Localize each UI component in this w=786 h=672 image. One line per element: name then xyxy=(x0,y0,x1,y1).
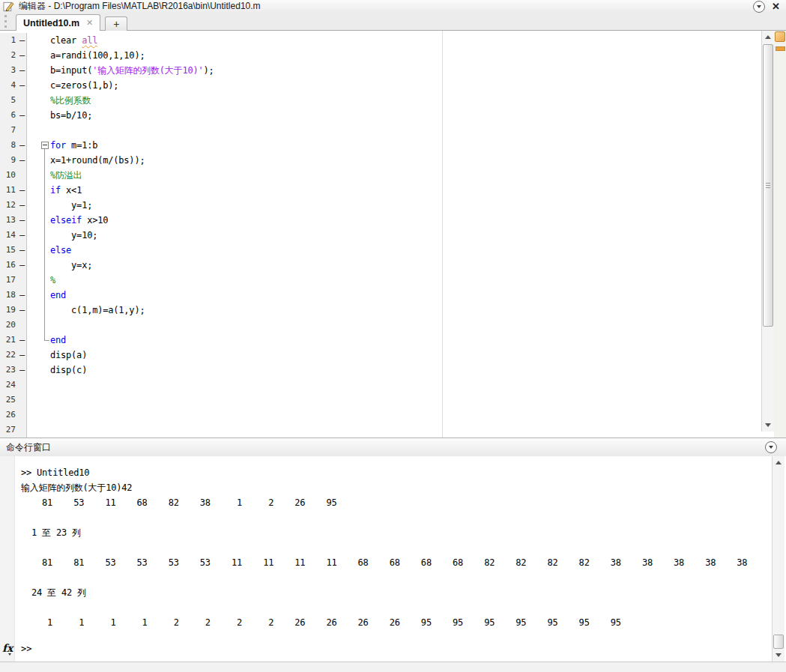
code-line-23[interactable]: 23–disp(c) xyxy=(0,363,761,378)
code-line-6[interactable]: 6–bs=b/10; xyxy=(0,108,761,123)
code-line-27[interactable]: 27 xyxy=(0,423,761,438)
fold-margin xyxy=(27,63,48,78)
exec-line-dash xyxy=(18,123,27,138)
editor-pane[interactable]: 1–clear all2–a=randi(100,1,10);3–b=input… xyxy=(0,31,786,438)
line-number: 10 xyxy=(0,168,18,183)
line-number: 7 xyxy=(0,123,18,138)
fold-margin xyxy=(27,378,48,393)
line-number: 21 xyxy=(0,333,18,348)
code-line-14[interactable]: 14– y=10; xyxy=(0,228,761,243)
fold-margin xyxy=(27,198,48,213)
code-analyzer-strip xyxy=(774,31,786,438)
fold-collapse-icon[interactable] xyxy=(41,142,49,149)
scroll-down-arrow-icon[interactable] xyxy=(762,420,773,431)
line-number: 3 xyxy=(0,63,18,78)
output-line: >> Untitled10 xyxy=(21,465,747,480)
command-scrollbar-thumb[interactable] xyxy=(773,635,784,649)
editor-scrollbar-thumb[interactable] xyxy=(763,44,773,327)
exec-line-dash: – xyxy=(18,78,27,93)
fold-margin xyxy=(27,33,48,48)
exec-line-dash: – xyxy=(18,198,27,213)
code-line-18[interactable]: 18–end xyxy=(0,288,761,303)
code-line-8[interactable]: 8–for m=1:b xyxy=(0,138,761,153)
window-close-icon[interactable]: ✕ xyxy=(772,1,780,12)
exec-line-dash: – xyxy=(18,258,27,273)
exec-line-dash: – xyxy=(18,333,27,348)
code-text xyxy=(48,378,761,393)
code-line-3[interactable]: 3–b=input('输入矩阵的列数(大于10)'); xyxy=(0,63,761,78)
prompt-row: fx >> xyxy=(0,642,786,657)
exec-line-dash xyxy=(18,318,27,333)
code-line-9[interactable]: 9–x=1+round(m/(bs)); xyxy=(0,153,761,168)
fold-margin xyxy=(27,273,48,288)
fold-margin xyxy=(27,123,48,138)
code-text: y=1; xyxy=(48,198,761,213)
fold-margin xyxy=(27,363,48,378)
scroll-down-arrow-icon[interactable] xyxy=(773,650,784,661)
code-text: y=10; xyxy=(48,228,761,243)
code-analyzer-indicator-icon[interactable] xyxy=(775,31,785,42)
exec-line-dash: – xyxy=(18,108,27,123)
analyzer-warning-marker[interactable] xyxy=(776,46,785,51)
code-line-12[interactable]: 12– y=1; xyxy=(0,198,761,213)
code-line-22[interactable]: 22–disp(a) xyxy=(0,348,761,363)
command-window-menu-button[interactable] xyxy=(765,441,777,453)
line-number: 4 xyxy=(0,78,18,93)
new-tab-button[interactable]: + xyxy=(105,16,127,31)
code-text: elseif x>10 xyxy=(48,213,761,228)
code-line-20[interactable]: 20 xyxy=(0,318,761,333)
tab-untitled10[interactable]: Untitled10.m ✕ xyxy=(16,14,100,31)
command-window[interactable]: >> Untitled10输入矩阵的列数(大于10)42 81 53 11 68… xyxy=(0,456,786,662)
command-window-title: 命令行窗口 xyxy=(6,441,51,454)
code-text: for m=1:b xyxy=(48,138,761,153)
fold-margin xyxy=(27,78,48,93)
code-line-10[interactable]: 10%防溢出 xyxy=(0,168,761,183)
line-number: 2 xyxy=(0,48,18,63)
code-line-16[interactable]: 16– y=x; xyxy=(0,258,761,273)
fold-margin xyxy=(27,213,48,228)
fold-margin xyxy=(27,258,48,273)
code-line-4[interactable]: 4–c=zeros(1,b); xyxy=(0,78,761,93)
function-hints-button[interactable]: fx xyxy=(2,642,13,654)
code-line-13[interactable]: 13–elseif x>10 xyxy=(0,213,761,228)
line-number: 23 xyxy=(0,363,18,378)
line-number: 6 xyxy=(0,108,18,123)
code-line-15[interactable]: 15–else xyxy=(0,243,761,258)
code-text: x=1+round(m/(bs)); xyxy=(48,153,761,168)
fold-margin xyxy=(27,243,48,258)
tab-close-icon[interactable]: ✕ xyxy=(86,18,93,28)
scroll-up-arrow-icon[interactable] xyxy=(762,31,773,43)
line-number: 8 xyxy=(0,138,18,153)
code-line-26[interactable]: 26 xyxy=(0,408,761,423)
exec-line-dash: – xyxy=(18,153,27,168)
code-text: % xyxy=(48,273,761,288)
editor-lines: 1–clear all2–a=randi(100,1,10);3–b=input… xyxy=(0,33,761,438)
drag-grip-handle[interactable] xyxy=(4,15,9,28)
line-number: 13 xyxy=(0,213,18,228)
chevron-down-icon xyxy=(769,446,773,449)
output-line: 1 1 1 1 2 2 2 2 26 26 26 26 95 95 95 95 … xyxy=(21,615,747,630)
editor-vertical-scrollbar[interactable] xyxy=(761,31,774,432)
code-line-17[interactable]: 17% xyxy=(0,273,761,288)
code-text: y=x; xyxy=(48,258,761,273)
exec-line-dash: – xyxy=(18,33,27,48)
code-line-1[interactable]: 1–clear all xyxy=(0,33,761,48)
code-line-21[interactable]: 21–end xyxy=(0,333,761,348)
code-text: bs=b/10; xyxy=(48,108,761,123)
output-line xyxy=(21,510,747,525)
code-line-19[interactable]: 19– c(1,m)=a(1,y); xyxy=(0,303,761,318)
command-window-header: 命令行窗口 xyxy=(0,438,786,457)
command-vertical-scrollbar[interactable] xyxy=(772,456,785,662)
code-line-25[interactable]: 25 xyxy=(0,393,761,408)
code-text: disp(c) xyxy=(48,363,761,378)
status-bar xyxy=(0,662,786,672)
code-line-11[interactable]: 11–if x<1 xyxy=(0,183,761,198)
line-number: 1 xyxy=(0,33,18,48)
code-line-24[interactable]: 24 xyxy=(0,378,761,393)
code-line-7[interactable]: 7 xyxy=(0,123,761,138)
scroll-up-arrow-icon[interactable] xyxy=(773,457,784,468)
code-line-2[interactable]: 2–a=randi(100,1,10); xyxy=(0,48,761,63)
code-line-5[interactable]: 5%比例系数 xyxy=(0,93,761,108)
undock-menu-button[interactable] xyxy=(753,1,765,13)
command-output: >> Untitled10输入矩阵的列数(大于10)42 81 53 11 68… xyxy=(21,465,747,645)
